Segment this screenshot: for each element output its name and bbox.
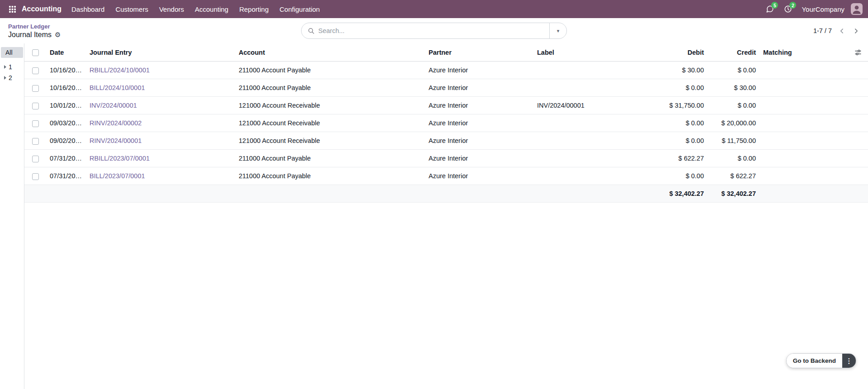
- row-checkbox[interactable]: [32, 120, 39, 127]
- cell-debit: $ 0.00: [656, 167, 708, 185]
- row-checkbox[interactable]: [32, 156, 39, 162]
- journal-item-row[interactable]: 07/31/2023 RBILL/2023/07/0001 211000 Acc…: [24, 150, 868, 167]
- cell-partner: Azure Interior: [425, 114, 533, 132]
- journal-entry-link[interactable]: RINV/2024/00001: [90, 137, 142, 144]
- main-menu: Dashboard Customers Vendors Accounting R…: [66, 0, 325, 18]
- sidebar-item-1[interactable]: 1: [0, 62, 24, 72]
- search-bar: ▾: [301, 23, 567, 39]
- nav-item-configuration[interactable]: Configuration: [274, 0, 325, 18]
- col-header-label[interactable]: Label: [533, 43, 656, 62]
- search-icon: [302, 28, 318, 34]
- journal-entry-link[interactable]: BILL/2024/10/0001: [90, 84, 145, 91]
- col-header-journal-entry[interactable]: Journal Entry: [86, 43, 235, 62]
- breadcrumb: Partner Ledger Journal Items ⚙: [8, 23, 61, 39]
- cell-matching: [760, 132, 802, 150]
- col-header-partner[interactable]: Partner: [425, 43, 533, 62]
- company-switcher[interactable]: YourCompany: [798, 5, 848, 13]
- cell-debit: $ 31,750.00: [656, 97, 708, 114]
- journal-item-row[interactable]: 09/02/2024 RINV/2024/00001 121000 Accoun…: [24, 132, 868, 150]
- row-checkbox[interactable]: [32, 138, 39, 145]
- journal-item-row[interactable]: 10/01/2024 INV/2024/00001 121000 Account…: [24, 97, 868, 114]
- pager-previous-icon[interactable]: [838, 27, 846, 35]
- cell-account: 211000 Account Payable: [235, 62, 425, 79]
- nav-item-customers[interactable]: Customers: [110, 0, 154, 18]
- user-avatar[interactable]: [851, 3, 863, 15]
- total-debit: $ 32,402.27: [656, 185, 708, 203]
- cell-partner: Azure Interior: [425, 62, 533, 79]
- messages-icon[interactable]: 5: [762, 0, 778, 18]
- cell-matching: [760, 97, 802, 114]
- journal-entry-link[interactable]: RBILL/2023/07/0001: [90, 155, 150, 162]
- app-name[interactable]: Accounting: [22, 5, 61, 13]
- totals-row: $ 32,402.27 $ 32,402.27: [24, 185, 868, 203]
- journal-item-row[interactable]: 10/16/2024 RBILL/2024/10/0001 211000 Acc…: [24, 62, 868, 79]
- cell-matching: [760, 114, 802, 132]
- select-all-checkbox[interactable]: [32, 49, 39, 56]
- pager: 1-7 / 7: [813, 27, 860, 35]
- activities-badge: 2: [789, 2, 796, 9]
- cell-matching: [760, 150, 802, 167]
- cell-partner: Azure Interior: [425, 150, 533, 167]
- chevron-right-icon: [4, 65, 6, 69]
- nav-item-accounting[interactable]: Accounting: [189, 0, 234, 18]
- journal-item-row[interactable]: 10/16/2024 BILL/2024/10/0001 211000 Acco…: [24, 79, 868, 97]
- cell-matching: [760, 62, 802, 79]
- backend-pill: Go to Backend ⋮: [786, 353, 856, 368]
- nav-item-reporting[interactable]: Reporting: [234, 0, 274, 18]
- chevron-right-icon: [4, 76, 6, 80]
- cell-credit: $ 0.00: [708, 62, 760, 79]
- cell-account: 121000 Account Receivable: [235, 114, 425, 132]
- row-checkbox[interactable]: [32, 173, 39, 180]
- journal-entry-link[interactable]: INV/2024/00001: [90, 102, 137, 109]
- journal-item-row[interactable]: 07/31/2023 BILL/2023/07/0001 211000 Acco…: [24, 167, 868, 185]
- cell-credit: $ 20,000.00: [708, 114, 760, 132]
- activities-clock-icon[interactable]: 2: [780, 0, 796, 18]
- cell-date: 10/01/2024: [46, 97, 86, 114]
- gear-icon[interactable]: ⚙: [55, 31, 61, 38]
- pager-range: 1-7 / 7: [813, 27, 832, 34]
- journal-entry-link[interactable]: BILL/2023/07/0001: [90, 172, 145, 180]
- pager-next-icon[interactable]: [852, 27, 860, 35]
- cell-account: 211000 Account Payable: [235, 79, 425, 97]
- cell-label: [533, 132, 656, 150]
- row-checkbox[interactable]: [32, 85, 39, 92]
- top-navbar: Accounting Dashboard Customers Vendors A…: [0, 0, 868, 18]
- cell-credit: $ 11,750.00: [708, 132, 760, 150]
- col-header-credit[interactable]: Credit: [708, 43, 760, 62]
- systray: 5 2 YourCompany: [762, 0, 863, 18]
- journal-entry-link[interactable]: RINV/2024/00002: [90, 119, 142, 127]
- cell-date: 09/03/2024: [46, 114, 86, 132]
- cell-debit: $ 0.00: [656, 114, 708, 132]
- cell-partner: Azure Interior: [425, 132, 533, 150]
- col-header-debit[interactable]: Debit: [656, 43, 708, 62]
- cell-date: 10/16/2024: [46, 62, 86, 79]
- nav-item-vendors[interactable]: Vendors: [154, 0, 189, 18]
- apps-grid-icon[interactable]: [5, 0, 19, 18]
- search-dropdown-toggle[interactable]: ▾: [549, 23, 566, 38]
- search-input[interactable]: [318, 27, 549, 34]
- cell-date: 09/02/2024: [46, 132, 86, 150]
- sidebar-item-all[interactable]: All: [1, 47, 23, 58]
- cell-debit: $ 30.00: [656, 62, 708, 79]
- kebab-menu-icon[interactable]: ⋮: [842, 354, 856, 368]
- cell-label: [533, 167, 656, 185]
- cell-credit: $ 622.27: [708, 167, 760, 185]
- sidebar-item-2[interactable]: 2: [0, 72, 24, 83]
- cell-partner: Azure Interior: [425, 97, 533, 114]
- col-header-date[interactable]: Date: [46, 43, 86, 62]
- col-header-account[interactable]: Account: [235, 43, 425, 62]
- journal-entry-link[interactable]: RBILL/2024/10/0001: [90, 66, 150, 74]
- row-checkbox[interactable]: [32, 103, 39, 109]
- cell-account: 211000 Account Payable: [235, 150, 425, 167]
- col-header-matching[interactable]: Matching: [760, 43, 802, 62]
- journal-items-list: Date Journal Entry Account Partner Label…: [24, 43, 868, 389]
- row-checkbox[interactable]: [32, 67, 39, 74]
- cell-debit: $ 0.00: [656, 132, 708, 150]
- cell-label: INV/2024/00001: [533, 97, 656, 114]
- search-panel: All 1 2: [0, 43, 24, 389]
- go-to-backend-button[interactable]: Go to Backend: [787, 354, 842, 368]
- nav-item-dashboard[interactable]: Dashboard: [66, 0, 110, 18]
- optional-columns-icon[interactable]: [854, 49, 862, 56]
- journal-item-row[interactable]: 09/03/2024 RINV/2024/00002 121000 Accoun…: [24, 114, 868, 132]
- breadcrumb-parent-link[interactable]: Partner Ledger: [8, 23, 61, 30]
